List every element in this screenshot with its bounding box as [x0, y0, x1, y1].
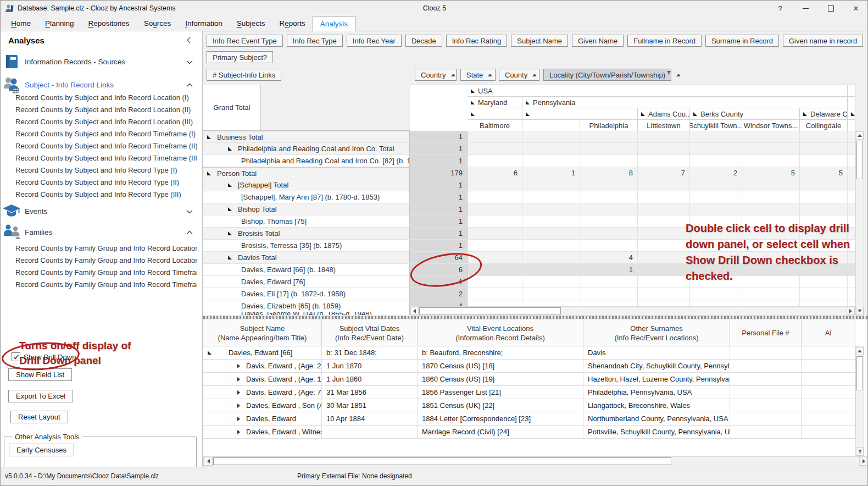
filter-row-button[interactable] — [856, 447, 864, 456]
drilldown-row[interactable]: Davies, Edward [66]b: 31 Dec 1848;b: Bea… — [203, 346, 855, 360]
pivot-value-cell[interactable] — [468, 240, 522, 252]
chevron-down-icon[interactable] — [186, 58, 193, 66]
pivot-row-label[interactable]: Bishop, Thomas [75] — [203, 216, 410, 228]
scroll-thumb[interactable] — [856, 141, 863, 179]
maximize-button[interactable] — [818, 1, 843, 16]
pivot-header-county[interactable] — [848, 108, 855, 120]
pivot-value-cell[interactable] — [800, 203, 848, 216]
drilldown-cell[interactable] — [802, 412, 855, 426]
pivot-value-cell[interactable] — [580, 240, 638, 252]
scroll-left-icon[interactable] — [204, 457, 213, 466]
chevron-up-icon[interactable] — [186, 228, 193, 236]
pivot-value-cell[interactable] — [690, 143, 742, 155]
export-to-excel-button[interactable]: Export To Excel — [8, 390, 73, 402]
pivot-value-cell[interactable] — [638, 131, 690, 143]
sidebar-group-subject-info-record-links[interactable]: Subject - Info Record Links — [1, 75, 203, 94]
pivot-grand-total-cell[interactable]: 1 — [410, 179, 468, 191]
filter-chip-surname-in-record[interactable]: Surname in Record — [705, 35, 779, 47]
pivot-grand-total-cell[interactable]: 1 — [410, 155, 468, 167]
drilldown-header-subject-vital-dates[interactable]: Subject Vital Dates(Info Rec/Event Date) — [322, 320, 418, 346]
sidebar-item[interactable]: Record Counts by Subject and Info Record… — [15, 92, 197, 104]
tab-subjects[interactable]: Subjects — [230, 16, 272, 31]
pivot-value-cell[interactable] — [522, 252, 580, 264]
pivot-value-cell[interactable]: 1 — [580, 264, 638, 276]
drilldown-cell[interactable] — [802, 373, 855, 386]
drilldown-cell[interactable] — [730, 346, 802, 360]
pivot-value-cell[interactable]: 7 — [638, 167, 690, 179]
drilldown-cell[interactable]: 1 Jun 1860 — [322, 373, 418, 386]
pivot-value-cell[interactable] — [580, 131, 638, 143]
drilldown-cell[interactable]: b: 31 Dec 1848; — [322, 346, 418, 360]
pivot-value-cell[interactable] — [522, 155, 580, 167]
drilldown-row[interactable]: Davies, Edward , WitnessMarriage Record … — [203, 426, 855, 439]
drilldown-cell[interactable] — [730, 412, 802, 426]
pivot-value-cell[interactable] — [742, 155, 800, 167]
filter-chip-given-name[interactable]: Given Name — [572, 35, 624, 47]
pivot-header-county[interactable]: Adams Cou... — [638, 108, 690, 120]
pivot-header-cell[interactable] — [848, 97, 855, 108]
drilldown-cell[interactable]: 1851 Census (UK) [22] — [418, 399, 583, 412]
pivot-row-label[interactable]: Davies Total — [203, 252, 410, 264]
scroll-up-icon[interactable] — [856, 347, 864, 355]
pivot-value-cell[interactable] — [638, 276, 690, 288]
drilldown-cell[interactable] — [802, 346, 855, 360]
pivot-value-cell[interactable] — [690, 288, 742, 300]
pivot-header-locality[interactable]: Littlestown — [638, 120, 690, 131]
sidebar-item[interactable]: Record Counts by Subject and Info Record… — [15, 140, 197, 152]
drilldown-row[interactable]: Davis, Edward , (Age: 7)31 Mar 18561856 … — [203, 386, 855, 399]
sidebar-group-families[interactable]: Families — [1, 223, 203, 241]
drilldown-header-other-surnames[interactable]: Other Surnames(Info Rec/Event Locations) — [583, 320, 730, 346]
collapsed-expander-icon[interactable] — [237, 404, 240, 408]
drilldown-name-cell[interactable]: Davies, Edward [66] — [203, 346, 322, 360]
show-field-list-button[interactable]: Show Field List — [8, 368, 72, 381]
pivot-value-cell[interactable] — [522, 228, 580, 240]
pivot-value-cell[interactable] — [800, 131, 848, 143]
pivot-value-cell[interactable] — [522, 264, 580, 276]
pivot-value-cell[interactable] — [690, 155, 742, 167]
drilldown-cell[interactable]: 10 Apr 1884 — [322, 412, 418, 426]
filter-chip-info-rec-type[interactable]: Info Rec Type — [287, 35, 343, 47]
drilldown-cell[interactable] — [730, 426, 802, 439]
pivot-value-cell[interactable] — [690, 131, 742, 143]
pivot-header-locality[interactable]: Baltimore — [468, 120, 522, 131]
filter-chip-info-rec-event-type[interactable]: Info Rec Event Type — [207, 35, 283, 47]
sidebar-item[interactable]: Record Counts by Subject and Info Record… — [15, 152, 197, 164]
sidebar-item[interactable]: Record Counts by Subject and Info Record… — [15, 164, 197, 176]
sidebar-item[interactable]: Record Counts by Subject and Info Record… — [15, 189, 197, 201]
pivot-grand-total-cell[interactable]: 2 — [410, 288, 468, 300]
pivot-header-cell[interactable] — [848, 85, 855, 97]
drilldown-name-cell[interactable]: Davies, Edward , Witness — [203, 426, 322, 439]
data-field-chip[interactable]: # Subject-Info Links — [207, 69, 281, 81]
pivot-value-cell[interactable] — [580, 228, 638, 240]
drilldown-cell[interactable]: 1870 Census (US) [18] — [418, 360, 583, 373]
pivot-grand-total-cell[interactable]: 1 — [410, 143, 468, 155]
drilldown-cell[interactable] — [730, 360, 802, 373]
scroll-down-icon[interactable] — [856, 307, 864, 315]
early-censuses-button[interactable]: Early Censuses — [9, 444, 74, 456]
pivot-value-cell[interactable] — [638, 216, 690, 228]
pivot-header-locality[interactable]: Philadelphia — [580, 120, 638, 131]
pivot-row-label[interactable]: Person Total — [203, 167, 410, 179]
scroll-up-icon[interactable] — [856, 131, 864, 140]
tab-home[interactable]: Home — [4, 16, 38, 31]
drilldown-cell[interactable]: Shenandoah City, Schuylkill County, Penn… — [583, 360, 730, 373]
collapsed-expander-icon[interactable] — [237, 390, 240, 395]
pivot-value-cell[interactable] — [468, 179, 522, 191]
scroll-thumb[interactable] — [856, 356, 863, 390]
drilldown-cell[interactable]: Philadelphia, Pennsylvania, USA — [583, 386, 730, 399]
pivot-value-cell[interactable] — [742, 203, 800, 216]
drilldown-row[interactable]: Davies, Edward , Son (Age: 2)30 Mar 1851… — [203, 399, 855, 412]
tab-reports[interactable]: Reports — [272, 16, 313, 31]
help-button[interactable]: ? — [767, 1, 793, 16]
drilldown-vertical-scrollbar[interactable] — [855, 346, 864, 456]
pivot-header-state[interactable]: Pennsylvania — [522, 97, 848, 108]
reset-layout-button[interactable]: Reset Layout — [10, 411, 68, 423]
drilldown-header-subject-name[interactable]: Subject Name(Name Appearing/Item Title) — [203, 320, 322, 346]
drilldown-cell[interactable]: 30 Mar 1851 — [322, 399, 418, 412]
tab-repositories[interactable]: Repositories — [81, 16, 137, 31]
sidebar-item[interactable]: Record Counts by Subject and Info Record… — [15, 128, 197, 140]
drilldown-name-cell[interactable]: Davis, Edward , (Age: 22) — [203, 360, 322, 373]
pivot-value-cell[interactable] — [468, 228, 522, 240]
pivot-value-cell[interactable] — [800, 155, 848, 167]
sidebar-collapse-icon[interactable] — [186, 37, 191, 45]
